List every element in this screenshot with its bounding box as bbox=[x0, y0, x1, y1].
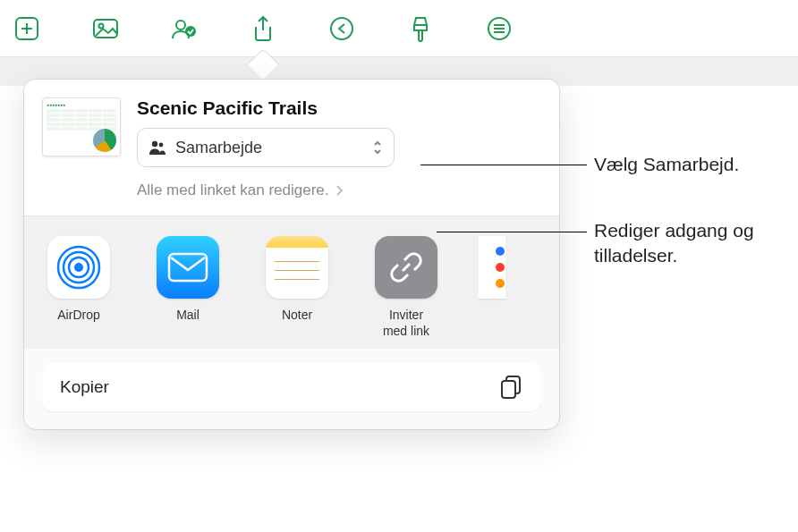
callout-line bbox=[420, 165, 587, 165]
svg-point-13 bbox=[159, 143, 164, 148]
share-button[interactable] bbox=[245, 11, 281, 46]
share-target-reminders[interactable]: På bbox=[479, 236, 505, 340]
share-target-label: Noter bbox=[282, 308, 312, 340]
share-target-label: Inviter med link bbox=[383, 308, 429, 340]
document-title: Scenic Pacific Trails bbox=[137, 97, 541, 119]
svg-rect-18 bbox=[169, 254, 207, 281]
airdrop-icon bbox=[47, 236, 110, 299]
svg-point-4 bbox=[99, 23, 104, 28]
copy-label: Kopier bbox=[60, 377, 109, 397]
callout-choose-collab: Vælg Samarbejd. bbox=[594, 152, 739, 177]
add-button[interactable] bbox=[9, 11, 45, 46]
chevron-up-down-icon bbox=[372, 139, 383, 156]
svg-point-12 bbox=[152, 141, 157, 147]
photo-icon bbox=[91, 15, 120, 42]
format-button[interactable] bbox=[403, 11, 438, 46]
more-circle-icon bbox=[486, 15, 513, 42]
popover-header: ●●●●●●● Scenic Pacific Trails Samarbejde bbox=[24, 80, 559, 178]
callout-edit-access: Rediger adgang og tilladelser. bbox=[594, 218, 798, 269]
reminders-icon bbox=[479, 236, 505, 299]
share-target-airdrop[interactable]: AirDrop bbox=[42, 236, 115, 340]
people-icon bbox=[170, 15, 199, 42]
svg-point-5 bbox=[176, 21, 185, 30]
undo-button[interactable] bbox=[324, 11, 360, 46]
toolbar bbox=[0, 0, 798, 57]
share-target-label: AirDrop bbox=[57, 308, 99, 340]
document-thumbnail: ●●●●●●● bbox=[42, 97, 121, 156]
people-small-icon bbox=[149, 139, 166, 156]
more-button[interactable] bbox=[481, 11, 517, 46]
share-target-notes[interactable]: Noter bbox=[260, 236, 334, 340]
collaborators-button[interactable] bbox=[166, 11, 202, 46]
svg-point-14 bbox=[74, 263, 83, 272]
link-icon bbox=[375, 236, 437, 299]
chevron-right-icon bbox=[335, 184, 344, 197]
copy-action-row[interactable]: Kopier bbox=[42, 363, 541, 411]
share-target-label: Mail bbox=[176, 308, 200, 340]
format-brush-icon bbox=[407, 14, 434, 43]
copy-icon bbox=[498, 374, 523, 401]
share-popover: ●●●●●●● Scenic Pacific Trails Samarbejde bbox=[23, 79, 560, 430]
mail-icon bbox=[157, 236, 219, 299]
collaboration-mode-label: Samarbejde bbox=[175, 139, 363, 157]
share-target-mail[interactable]: Mail bbox=[151, 236, 225, 340]
share-icon bbox=[250, 14, 276, 43]
insert-photo-button[interactable] bbox=[88, 11, 123, 46]
collaboration-mode-picker[interactable]: Samarbejde bbox=[137, 128, 395, 167]
svg-point-6 bbox=[185, 26, 196, 37]
permissions-text: Alle med linket kan redigere. bbox=[137, 182, 329, 199]
svg-rect-20 bbox=[502, 381, 515, 398]
share-target-label: På bbox=[479, 308, 505, 340]
share-targets-row: AirDrop Mail Noter Invi bbox=[24, 216, 559, 349]
share-target-invite-link[interactable]: Inviter med link bbox=[369, 236, 443, 340]
svg-point-7 bbox=[331, 18, 352, 39]
notes-icon bbox=[266, 236, 328, 299]
add-square-icon bbox=[13, 15, 40, 42]
callout-line bbox=[437, 232, 587, 232]
undo-icon bbox=[328, 15, 355, 42]
permissions-row[interactable]: Alle med linket kan redigere. bbox=[24, 178, 559, 215]
